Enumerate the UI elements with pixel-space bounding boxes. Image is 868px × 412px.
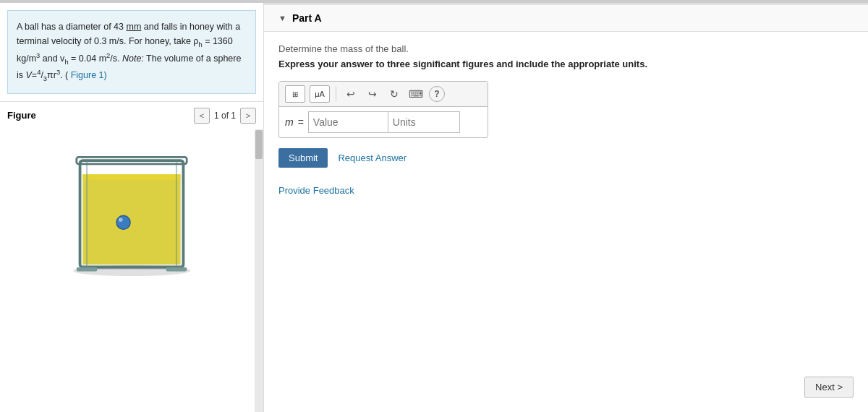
refresh-button[interactable]: ↻: [386, 85, 403, 103]
answer-box: ⊞ μΑ ↩ ↪ ↻ ⌨ ? m =: [278, 81, 488, 138]
mu-button[interactable]: μΑ: [310, 85, 330, 103]
submit-button[interactable]: Submit: [278, 148, 328, 168]
svg-rect-2: [82, 174, 180, 265]
svg-rect-3: [82, 174, 180, 180]
figure-title: Figure: [7, 110, 36, 121]
svg-rect-10: [77, 267, 98, 272]
m-label: m: [285, 116, 294, 128]
undo-button[interactable]: ↩: [342, 85, 359, 103]
provide-feedback-link[interactable]: Provide Feedback: [278, 185, 354, 196]
figure-section: Figure < 1 of 1 >: [0, 101, 263, 412]
collapse-arrow-icon[interactable]: ▼: [278, 14, 286, 22]
figure-image: [38, 133, 226, 278]
grid-button[interactable]: ⊞: [285, 85, 305, 103]
input-row: m =: [279, 107, 488, 137]
part-header: ▼ Part A: [264, 5, 868, 32]
figure-prev-button[interactable]: <: [194, 108, 210, 124]
help-button[interactable]: ?: [429, 86, 445, 102]
right-panel: ▼ Part A Determine the mass of the ball.…: [264, 3, 868, 412]
instruction-line1: Determine the mass of the ball.: [278, 43, 854, 54]
toolbar: ⊞ μΑ ↩ ↪ ↻ ⌨ ?: [279, 82, 488, 107]
figure-image-container: [0, 129, 263, 412]
left-panel: A ball has a diameter of 43 mm and falls…: [0, 3, 264, 412]
redo-button[interactable]: ↪: [364, 85, 381, 103]
next-btn-container: Next >: [804, 377, 854, 398]
svg-rect-11: [166, 267, 187, 272]
figure-header: Figure < 1 of 1 >: [0, 101, 263, 129]
svg-point-8: [116, 215, 130, 229]
keyboard-button[interactable]: ⌨: [407, 85, 425, 103]
next-button[interactable]: Next >: [804, 377, 854, 398]
instruction-line2: Express your answer to three significant…: [278, 59, 854, 69]
toolbar-separator: [336, 87, 336, 101]
figure-link[interactable]: Figure 1): [71, 70, 107, 80]
figure-nav-count: 1 of 1: [214, 111, 236, 121]
part-label: Part A: [292, 12, 322, 24]
feedback-row: Provide Feedback: [278, 185, 854, 196]
units-input[interactable]: [388, 111, 460, 133]
figure-nav: < 1 of 1 >: [194, 108, 256, 124]
content-area: Determine the mass of the ball. Express …: [264, 32, 868, 412]
figure-next-button[interactable]: >: [240, 108, 256, 124]
equals-sign: =: [298, 116, 304, 128]
problem-statement: A ball has a diameter of 43 mm and falls…: [7, 10, 256, 94]
value-input[interactable]: [308, 111, 388, 133]
svg-point-9: [119, 218, 123, 222]
request-answer-link[interactable]: Request Answer: [338, 153, 407, 163]
action-row: Submit Request Answer: [278, 148, 854, 168]
